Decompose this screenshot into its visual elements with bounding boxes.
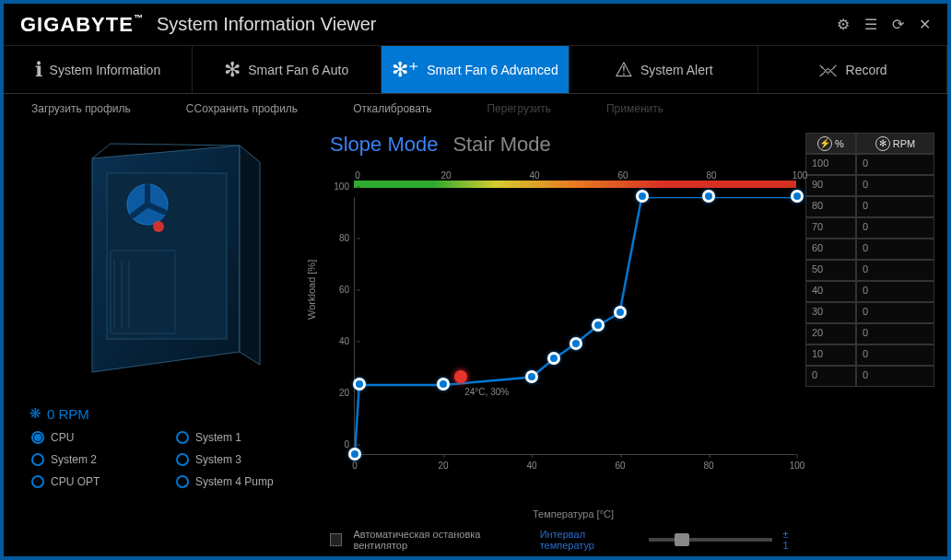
- subnav-item-3: Перегрузить: [487, 102, 551, 115]
- fan-curve-plot[interactable]: 02040608010002040608010024°C, 30%: [354, 197, 796, 455]
- radio-icon: [176, 431, 189, 444]
- tab-1[interactable]: ✻Smart Fan 6 Auto: [193, 46, 382, 93]
- curve-point[interactable]: [348, 448, 361, 461]
- chart-panel: Slope Mode Stair Mode 020406080100 Workl…: [302, 133, 796, 547]
- rpm-section: ❋ 0 RPM CPUSystem 1System 2System 3CPU O…: [17, 405, 302, 488]
- fan-radio-system-1[interactable]: System 1: [176, 431, 302, 444]
- fan-radio-group: CPUSystem 1System 2System 3CPU OPTSystem…: [29, 431, 302, 488]
- table-row[interactable]: 400: [805, 281, 934, 302]
- curve-point[interactable]: [592, 319, 605, 332]
- subnav-item-0[interactable]: Загрузить профиль: [31, 102, 131, 115]
- table-row[interactable]: 900: [805, 175, 934, 196]
- mode-stair[interactable]: Stair Mode: [452, 133, 550, 157]
- table-row[interactable]: 500: [805, 260, 934, 281]
- fan-radio-system-3[interactable]: System 3: [176, 453, 302, 466]
- gradient-ticks: 020406080100: [354, 166, 796, 181]
- tab-icon: ✻⁺: [392, 58, 419, 82]
- tab-0[interactable]: ℹSystem Information: [4, 46, 193, 93]
- right-panel: Slope Mode Stair Mode 020406080100 Workl…: [302, 133, 934, 547]
- tab-icon: ⩙: [818, 58, 839, 82]
- cell-pct: 60: [805, 239, 856, 260]
- tab-3[interactable]: ⚠System Alert: [569, 46, 758, 93]
- brand-logo: GIGABYTE™: [20, 13, 144, 37]
- ytick: 60: [339, 285, 355, 295]
- tab-icon: ✻: [224, 58, 241, 82]
- table-row[interactable]: 1000: [805, 154, 934, 175]
- title-icon-group: ⚙ ☰ ⟳ ✕: [837, 16, 931, 33]
- xtick: 60: [615, 461, 625, 471]
- xtick: 20: [438, 461, 448, 471]
- chart-footer: Автоматическая остановка вентилятор Инте…: [302, 529, 796, 551]
- curve-point[interactable]: [636, 190, 649, 203]
- cell-rpm: 0: [856, 281, 934, 302]
- table-row[interactable]: 100: [805, 344, 934, 366]
- cell-pct: 20: [805, 323, 856, 344]
- cell-pct: 100: [805, 154, 856, 175]
- refresh-icon[interactable]: ⟳: [892, 16, 904, 33]
- subnav-item-1[interactable]: ССохранить профиль: [186, 102, 298, 115]
- table-row[interactable]: 200: [805, 323, 934, 344]
- mode-slope[interactable]: Slope Mode: [330, 133, 438, 157]
- fan-radio-cpu[interactable]: CPU: [31, 431, 158, 444]
- fan-radio-system-2[interactable]: System 2: [31, 453, 158, 466]
- table-row[interactable]: 600: [805, 239, 934, 260]
- curve-point[interactable]: [614, 306, 627, 319]
- close-icon[interactable]: ✕: [919, 16, 931, 33]
- fan-radio-cpu-opt[interactable]: CPU OPT: [31, 475, 158, 488]
- cell-rpm: 0: [856, 239, 934, 260]
- svg-point-6: [153, 221, 164, 232]
- cell-pct: 0: [805, 366, 856, 387]
- auto-stop-label: Автоматическая остановка вентилятор: [353, 529, 528, 551]
- cell-pct: 80: [805, 196, 856, 217]
- sub-nav: Загрузить профильССохранить профильОткал…: [4, 94, 947, 123]
- cell-rpm: 0: [856, 217, 934, 239]
- app-window: GIGABYTE™ System Information Viewer ⚙ ☰ …: [4, 4, 947, 556]
- cell-rpm: 0: [856, 154, 934, 175]
- curve-line: [355, 197, 796, 454]
- cell-pct: 30: [805, 302, 856, 323]
- ytick: 40: [339, 336, 355, 346]
- fan-small-icon: ✻: [875, 136, 890, 151]
- curve-point[interactable]: [569, 337, 582, 350]
- ytick: 80: [339, 233, 355, 243]
- tab-2[interactable]: ✻⁺Smart Fan 6 Advanced: [382, 46, 570, 93]
- cell-pct: 10: [805, 344, 856, 366]
- cell-rpm: 0: [856, 366, 934, 387]
- cell-rpm: 0: [856, 260, 934, 281]
- live-point-label: 24°C, 30%: [464, 387, 509, 397]
- settings-icon[interactable]: ⚙: [837, 16, 850, 33]
- tab-4[interactable]: ⩙Record: [758, 46, 947, 93]
- interval-slider[interactable]: [649, 538, 771, 542]
- cell-rpm: 0: [856, 196, 934, 217]
- tab-icon: ⚠: [615, 58, 633, 82]
- table-row[interactable]: 00: [805, 366, 934, 387]
- tab-icon: ℹ: [35, 58, 42, 82]
- x-axis-label: Температура [°C]: [350, 508, 796, 519]
- table-row[interactable]: 700: [805, 217, 934, 239]
- rpm-readout: ❋ 0 RPM: [29, 405, 302, 422]
- xtick: 100: [790, 461, 805, 471]
- auto-stop-checkbox[interactable]: [330, 533, 342, 546]
- slider-thumb[interactable]: [675, 533, 689, 546]
- xtick: 0: [352, 461, 358, 471]
- cell-rpm: 0: [856, 175, 934, 196]
- curve-point[interactable]: [353, 378, 366, 391]
- curve-point[interactable]: [525, 370, 538, 383]
- curve-point[interactable]: [791, 190, 804, 203]
- table-row[interactable]: 300: [805, 302, 934, 323]
- table-row[interactable]: 800: [805, 196, 934, 217]
- interval-value: ± 1: [783, 529, 797, 551]
- radio-icon: [176, 453, 189, 466]
- ytick: 100: [334, 181, 355, 192]
- subnav-item-2[interactable]: Откалибровать: [353, 102, 431, 115]
- curve-point[interactable]: [702, 190, 715, 203]
- header-rpm: ✻RPM: [856, 133, 934, 154]
- main-tabs: ℹSystem Information✻Smart Fan 6 Auto✻⁺Sm…: [4, 46, 947, 94]
- curve-point[interactable]: [547, 352, 560, 365]
- table-body: 100090080070060050040030020010000: [805, 154, 934, 387]
- left-panel: ❋ 0 RPM CPUSystem 1System 2System 3CPU O…: [17, 133, 302, 547]
- fan-radio-system-4-pump[interactable]: System 4 Pump: [176, 475, 302, 488]
- list-icon[interactable]: ☰: [864, 16, 877, 33]
- curve-point[interactable]: [437, 378, 450, 391]
- case-illustration: [55, 140, 267, 389]
